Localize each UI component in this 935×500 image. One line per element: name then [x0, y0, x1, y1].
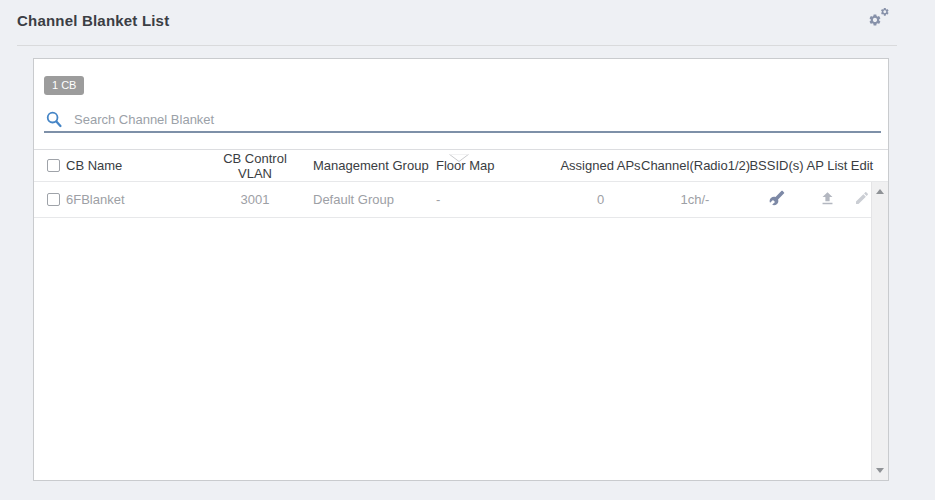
col-header-channel-radio: Channel(Radio1/2): [641, 158, 749, 173]
wrench-icon: [769, 190, 785, 209]
gear-icon: [866, 17, 894, 34]
scroll-down-icon[interactable]: [876, 468, 884, 473]
cell-assigned-aps: 0: [560, 192, 641, 207]
bssid-button[interactable]: [749, 190, 804, 209]
row-checkbox[interactable]: [47, 193, 60, 206]
cell-cb-name: 6FBlanket: [66, 192, 205, 207]
scroll-up-icon[interactable]: [876, 189, 884, 194]
header-divider: [17, 45, 897, 46]
upload-icon: [819, 190, 836, 210]
pencil-icon: [854, 190, 870, 209]
table-row[interactable]: 6FBlanket 3001 Default Group - 0 1ch/-: [34, 182, 888, 218]
vertical-scrollbar[interactable]: [871, 182, 888, 480]
panel-notch-icon: [449, 149, 469, 159]
page-title: Channel Blanket List: [17, 12, 169, 29]
cell-management-group: Default Group: [305, 192, 436, 207]
col-header-ap-list: AP List: [804, 158, 850, 173]
select-all-checkbox[interactable]: [47, 159, 60, 172]
cell-floor-map: -: [436, 192, 560, 207]
col-header-bssids: BSSID(s): [749, 158, 804, 173]
col-header-cb-control-vlan: CB Control VLAN: [205, 151, 305, 181]
cb-table: CB Name CB Control VLAN Management Group…: [34, 149, 888, 480]
col-header-assigned-aps: Assigned APs: [560, 158, 641, 173]
search-bar: [44, 108, 881, 133]
cell-cb-control-vlan: 3001: [205, 192, 305, 207]
cell-channel-radio: 1ch/-: [641, 192, 749, 207]
channel-blanket-panel: 1 CB CB Name CB Control VLAN Management …: [33, 58, 889, 481]
cb-count-badge: 1 CB: [44, 76, 84, 95]
col-header-edit: Edit: [850, 158, 874, 173]
search-icon: [46, 111, 62, 132]
table-body: 6FBlanket 3001 Default Group - 0 1ch/-: [34, 182, 888, 480]
ap-list-button[interactable]: [804, 190, 850, 210]
col-header-management-group: Management Group: [305, 158, 436, 173]
search-input[interactable]: [74, 108, 864, 130]
settings-button[interactable]: [866, 5, 894, 31]
col-header-cb-name: CB Name: [66, 158, 205, 173]
